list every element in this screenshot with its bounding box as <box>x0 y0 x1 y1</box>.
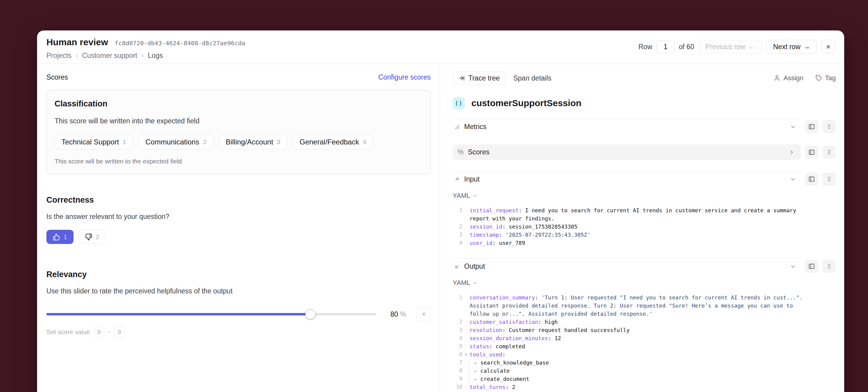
output-section: Output <box>453 259 836 274</box>
modal-header: Human review fc8d0720-db43-4624-8408-d8c… <box>37 30 844 64</box>
line-number: 7 <box>453 359 462 367</box>
chevron-down-icon[interactable] <box>790 264 796 270</box>
code-line: 4session_duration_minutes: 12 <box>453 334 836 342</box>
chevron-down-icon[interactable] <box>790 124 796 130</box>
breadcrumb-projects[interactable]: Projects <box>46 52 71 60</box>
fold-gutter <box>462 231 470 239</box>
tab-span-details[interactable]: Span details <box>513 74 552 82</box>
line-number: 4 <box>453 334 462 342</box>
input-code-block: 1initial_request: I need you to search f… <box>453 206 836 247</box>
classification-footnote: This score will be written to the expect… <box>55 158 423 165</box>
split-view-button[interactable] <box>805 120 818 133</box>
classification-option-billing-account[interactable]: Billing/Account3 <box>219 135 287 149</box>
code-text: - create_document <box>470 375 836 383</box>
code-line: 5status: completed <box>453 342 836 351</box>
row-number-input[interactable] <box>656 40 675 53</box>
row-label: Row <box>638 43 652 51</box>
function-badge-icon: () <box>453 97 465 109</box>
output-code-block: 1conversation_summary: 'Turn 1: User req… <box>453 293 836 391</box>
output-format-select[interactable]: YAML <box>453 279 477 287</box>
chevron-down-icon <box>472 193 477 198</box>
arrow-left-icon: ← <box>748 43 755 51</box>
configure-scores-link[interactable]: Configure scores <box>378 73 431 82</box>
output-header[interactable]: Output <box>453 259 801 274</box>
arrow-down-left-icon <box>454 264 460 270</box>
trace-tree-button[interactable]: Trace tree <box>453 71 505 85</box>
scores-panel: Scores Configure scores Classification T… <box>37 64 440 392</box>
line-number: 1 <box>453 206 462 214</box>
option-label: Technical Support <box>61 138 119 146</box>
drag-handle-button[interactable] <box>823 146 836 159</box>
thumbs-down-button[interactable]: 2 <box>79 230 106 244</box>
metrics-label: Metrics <box>464 123 487 131</box>
code-line: 2session_id: session_1753828543305 <box>453 222 836 231</box>
code-line: Assistant provided detailed response. Tu… <box>453 302 836 310</box>
classification-card: Classification This score will be writte… <box>46 90 431 174</box>
option-shortcut: 1 <box>123 139 126 146</box>
header-left: Human review fc8d0720-db43-4624-8408-d8c… <box>46 37 245 64</box>
bar-chart-icon <box>454 124 460 130</box>
split-view-button[interactable] <box>805 260 818 273</box>
columns-icon <box>808 176 815 182</box>
code-text: customer_satisfaction: high <box>470 318 836 326</box>
drag-handle-button[interactable] <box>823 173 836 186</box>
columns-icon <box>808 263 815 270</box>
code-text: resolution: Customer request handled suc… <box>470 326 836 334</box>
page-title: Human review <box>46 37 108 47</box>
details-panel: Trace tree Span details Assign Tag <box>440 64 844 392</box>
breadcrumb-customer-support[interactable]: Customer support <box>82 52 137 60</box>
columns-icon <box>808 149 815 156</box>
clear-score-button[interactable]: × <box>417 307 431 321</box>
previous-row-button[interactable]: Previous row ← <box>698 40 762 54</box>
line-number: 3 <box>453 231 462 239</box>
code-text: follow up or...". Assistant provided det… <box>470 310 836 318</box>
classification-option-communications[interactable]: Communications2 <box>138 135 213 149</box>
indent-guide <box>470 367 474 375</box>
chevron-right-icon: › <box>141 52 144 60</box>
code-text: - calculate <box>470 367 836 375</box>
line-number: 9 <box>453 375 462 383</box>
slider-thumb[interactable] <box>305 309 315 319</box>
correctness-description: Is the answer relevant to your question? <box>46 213 431 221</box>
output-label: Output <box>464 262 485 270</box>
assign-button[interactable]: Assign <box>774 74 803 82</box>
classification-option-technical-support[interactable]: Technical Support1 <box>55 135 133 149</box>
option-label: Billing/Account <box>226 138 273 146</box>
human-review-modal: Human review fc8d0720-db43-4624-8408-d8c… <box>37 30 844 392</box>
metrics-header[interactable]: Metrics <box>453 119 801 134</box>
code-text: tools_used: <box>470 351 836 359</box>
next-row-button[interactable]: Next row → <box>766 40 817 54</box>
fold-gutter <box>462 318 470 326</box>
thumbs-up-button[interactable]: 1 <box>46 230 73 244</box>
fold-gutter <box>462 334 470 342</box>
input-format-select[interactable]: YAML <box>453 192 477 200</box>
classification-option-general-feedback[interactable]: General/Feedback4 <box>293 135 373 149</box>
code-line: report with your findings. <box>453 214 836 222</box>
metrics-section: Metrics <box>453 119 836 134</box>
split-view-button[interactable] <box>805 146 818 159</box>
chevron-down-icon[interactable] <box>790 176 796 182</box>
fold-gutter <box>462 342 470 351</box>
breadcrumb-logs[interactable]: Logs <box>148 52 163 60</box>
drag-handle-button[interactable] <box>823 260 836 273</box>
thumbs-down-shortcut: 2 <box>96 233 99 241</box>
drag-handle-button[interactable] <box>823 120 836 133</box>
chevron-right-icon[interactable] <box>789 149 795 155</box>
close-button[interactable]: × <box>821 40 835 54</box>
option-label: Communications <box>145 138 199 146</box>
line-number: 2 <box>453 318 462 326</box>
fold-gutter <box>462 222 470 231</box>
code-line: 1initial_request: I need you to search f… <box>453 206 836 214</box>
scores-header[interactable]: % Scores <box>453 145 801 160</box>
line-number <box>453 310 462 318</box>
relevancy-slider[interactable] <box>46 313 376 315</box>
split-view-button[interactable] <box>805 173 818 186</box>
line-number: 10 <box>453 383 462 391</box>
input-header[interactable]: Input <box>453 171 801 187</box>
classification-description: This score will be written into the expe… <box>55 117 423 125</box>
score-range-hint: Set score value 0 - 9 <box>46 327 431 337</box>
fold-chevron-icon[interactable]: ∨ <box>462 351 470 359</box>
code-line: 6∨tools_used: <box>453 351 836 359</box>
code-text: status: completed <box>470 342 836 351</box>
tag-button[interactable]: Tag <box>815 74 836 82</box>
